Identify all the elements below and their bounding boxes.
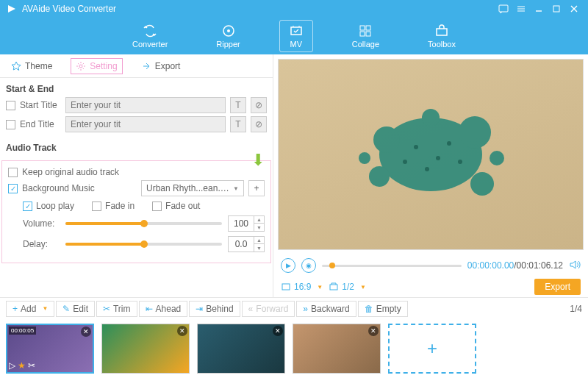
clip-thumbnail[interactable]: ✕ (197, 324, 285, 374)
remove-clip-icon[interactable]: ✕ (368, 326, 379, 336)
minimize-icon[interactable] (531, 1, 547, 17)
loop-checkbox[interactable]: ✓ (23, 202, 32, 211)
svg-rect-4 (291, 27, 301, 35)
nav-converter[interactable]: Converter (123, 20, 177, 52)
delay-down[interactable]: ▼ (254, 244, 264, 252)
behind-button[interactable]: ⇥Behind (189, 301, 240, 317)
converter-icon (143, 24, 157, 38)
end-title-input[interactable] (65, 116, 226, 132)
start-title-input[interactable] (65, 97, 226, 113)
preview-meta: 16:9 ▼ 1/2 ▼ Export (273, 277, 588, 297)
add-bgm-button[interactable]: + (248, 180, 265, 196)
volume-stepper[interactable]: 100▲▼ (228, 215, 265, 232)
delay-stepper[interactable]: 0.0▲▼ (228, 236, 265, 252)
start-title-checkbox[interactable] (6, 101, 15, 110)
forward-button[interactable]: «Forward (242, 301, 295, 317)
svg-rect-7 (360, 32, 365, 36)
nav-ripper-label: Ripper (216, 40, 240, 49)
delay-slider[interactable] (65, 243, 222, 246)
aspect-dropdown[interactable]: ▼ (317, 284, 323, 290)
export-button[interactable]: Export (534, 279, 581, 295)
nav-collage[interactable]: Collage (343, 20, 389, 52)
settings-panel: Theme Setting Export Start & End Start T… (0, 54, 273, 297)
end-title-clear-button[interactable]: ⊘ (251, 116, 267, 132)
svg-rect-26 (330, 285, 337, 290)
start-title-clear-button[interactable]: ⊘ (251, 97, 267, 113)
keep-audio-checkbox[interactable] (8, 168, 18, 177)
bgm-checkbox[interactable]: ✓ (8, 184, 18, 193)
nav-toolbox[interactable]: Toolbox (418, 20, 465, 52)
clip-thumbnail[interactable]: ✕ (101, 324, 190, 374)
nav-converter-label: Converter (132, 40, 168, 49)
chevron-down-icon: ▼ (233, 185, 239, 192)
tab-theme[interactable]: Theme (6, 58, 57, 74)
clip-thumbnail[interactable]: 00:00:05 ✕ ▷★✂ (6, 324, 94, 374)
aspect-control[interactable]: 16:9 (281, 282, 311, 292)
scissors-icon: ✂ (103, 304, 110, 314)
delay-label: Delay: (23, 239, 60, 249)
nav-mv[interactable]: MV (279, 20, 313, 52)
feedback-icon[interactable] (495, 1, 512, 17)
clip-thumbnail[interactable]: ✕ (293, 324, 381, 374)
page-indicator: 1/4 (570, 304, 582, 314)
menu-icon[interactable] (513, 1, 529, 17)
delay-value: 0.0 (229, 239, 254, 249)
bgm-value: Urban Rhyth...ean.amr.amr (146, 183, 233, 193)
volume-icon[interactable] (569, 259, 581, 273)
svg-rect-5 (360, 26, 365, 30)
page-dropdown[interactable]: ▼ (360, 284, 366, 290)
close-icon[interactable] (566, 1, 582, 17)
volume-slider[interactable] (65, 222, 222, 225)
remove-clip-icon[interactable]: ✕ (81, 327, 91, 337)
maximize-icon[interactable] (548, 1, 564, 17)
fadeout-label: Fade out (165, 201, 200, 211)
behind-icon: ⇥ (196, 304, 203, 314)
app-logo-icon (6, 3, 18, 15)
end-title-label: End Title (20, 119, 61, 129)
fadein-checkbox[interactable] (92, 202, 101, 211)
volume-value: 100 (229, 218, 254, 229)
bgm-select[interactable]: Urban Rhyth...ean.amr.amr ▼ (141, 180, 244, 196)
collage-icon (358, 24, 373, 38)
play-button[interactable]: ▶ (281, 258, 295, 273)
remove-clip-icon[interactable]: ✕ (273, 326, 283, 336)
ripper-icon (221, 24, 236, 38)
tab-setting[interactable]: Setting (71, 58, 122, 74)
audio-settings-box: ⬇ Keep original audio track ✓ Background… (1, 160, 271, 263)
export-icon (141, 61, 151, 71)
tab-theme-label: Theme (25, 61, 52, 71)
ahead-button[interactable]: ⇤Ahead (139, 301, 188, 317)
audio-section: Audio Track (0, 137, 273, 157)
titlebar: AVAide Video Converter (0, 0, 588, 18)
empty-button[interactable]: 🗑Empty (358, 301, 408, 317)
edit-button[interactable]: ✎Edit (56, 301, 95, 317)
page-control[interactable]: 1/2 (329, 282, 354, 292)
add-clip-button[interactable]: + (388, 324, 476, 374)
backward-button[interactable]: »Backward (296, 301, 356, 317)
end-title-text-button[interactable]: T (230, 116, 246, 132)
end-title-checkbox[interactable] (6, 120, 15, 129)
start-title-text-button[interactable]: T (230, 97, 246, 113)
forward-icon: « (248, 304, 254, 314)
start-end-heading: Start & End (6, 84, 267, 94)
volume-up[interactable]: ▲ (254, 216, 264, 224)
snapshot-button[interactable]: ◉ (301, 258, 316, 273)
svg-point-23 (403, 160, 407, 164)
svg-rect-8 (366, 32, 370, 36)
volume-down[interactable]: ▼ (254, 224, 264, 231)
svg-point-22 (447, 141, 451, 146)
fadeout-checkbox[interactable] (152, 202, 162, 211)
nav-toolbox-label: Toolbox (428, 40, 456, 49)
nav-ripper[interactable]: Ripper (207, 20, 249, 52)
tab-export[interactable]: Export (136, 58, 186, 74)
delay-up[interactable]: ▲ (254, 237, 264, 244)
add-button[interactable]: +Add▼ (6, 301, 54, 317)
loop-label: Loop play (36, 201, 74, 211)
progress-bar[interactable] (322, 265, 462, 267)
remove-clip-icon[interactable]: ✕ (177, 326, 187, 336)
clip-controls: ▷★✂ (9, 360, 35, 371)
clip-toolbar: +Add▼ ✎Edit ✂Trim ⇤Ahead ⇥Behind «Forwar… (0, 297, 588, 319)
video-preview[interactable] (278, 59, 584, 250)
start-end-section: Start & End Start Title T ⊘ End Title T … (0, 78, 273, 137)
trim-button[interactable]: ✂Trim (96, 301, 137, 317)
